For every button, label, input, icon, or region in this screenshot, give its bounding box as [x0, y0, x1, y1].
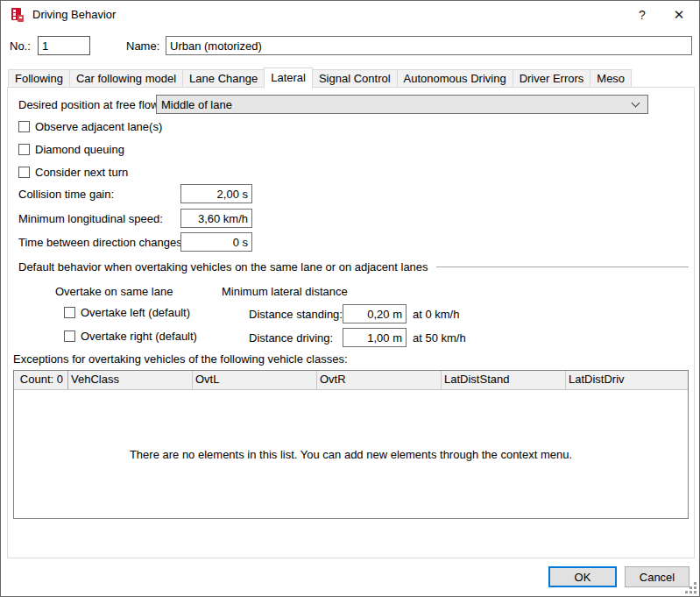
tab-signal-control[interactable]: Signal Control — [312, 69, 398, 88]
tab-car-following-model[interactable]: Car following model — [69, 69, 183, 88]
empty-list-message: There are no elements in this list. You … — [130, 448, 572, 461]
checkbox-row-overtake-left[interactable]: Overtake left (default) — [64, 306, 190, 319]
distance-driving-label: Distance driving: — [249, 331, 333, 345]
close-icon[interactable]: ✕ — [661, 1, 697, 28]
time-between-direction-changes-input[interactable] — [180, 232, 252, 252]
collision-time-gain-input[interactable] — [180, 184, 252, 203]
consider-next-turn-label: Consider next turn — [35, 166, 128, 179]
overtake-same-lane-header: Overtake on same lane — [55, 285, 173, 298]
overtake-right-checkbox[interactable] — [64, 330, 75, 342]
overtaking-group-label: Default behavior when overtaking vehicle… — [18, 260, 428, 274]
collision-time-gain-label: Collision time gain: — [18, 188, 114, 201]
column-header-ovtl[interactable]: OvtL — [193, 371, 317, 389]
consider-next-turn-checkbox[interactable] — [18, 167, 30, 178]
desired-position-value: Middle of lane — [157, 98, 633, 111]
tab-following[interactable]: Following — [8, 69, 70, 88]
distance-driving-input[interactable] — [343, 328, 407, 347]
minimum-longitudinal-speed-label: Minimum longitudinal speed: — [18, 212, 163, 225]
diamond-queuing-label: Diamond queuing — [35, 143, 124, 156]
diamond-queuing-checkbox[interactable] — [18, 144, 30, 155]
minimum-longitudinal-speed-input[interactable] — [180, 209, 252, 228]
cancel-button[interactable]: Cancel — [625, 566, 689, 587]
driving-behavior-app-icon — [10, 7, 25, 23]
exceptions-table-header: Count: 0 VehClass OvtL OvtR LatDistStand… — [14, 371, 688, 390]
group-separator-line — [436, 267, 689, 267]
tab-bar: Following Car following model Lane Chang… — [8, 68, 632, 88]
no-label: No.: — [10, 39, 31, 53]
title-bar[interactable]: Driving Behavior ? ✕ — [1, 1, 699, 28]
minimum-lateral-distance-header: Minimum lateral distance — [222, 285, 348, 298]
distance-standing-input[interactable] — [343, 304, 407, 323]
exceptions-table[interactable]: Count: 0 VehClass OvtL OvtR LatDistStand… — [13, 370, 689, 519]
distance-driving-suffix: at 50 km/h — [413, 331, 466, 345]
help-button[interactable]: ? — [624, 1, 661, 28]
column-header-latdistdriv[interactable]: LatDistDriv — [566, 371, 688, 389]
column-header-ovtr[interactable]: OvtR — [317, 371, 442, 389]
checkbox-row-overtake-right[interactable]: Overtake right (default) — [64, 330, 197, 343]
resize-grip[interactable] — [685, 582, 696, 593]
chevron-down-icon — [632, 99, 640, 108]
ok-button[interactable]: OK — [548, 566, 617, 587]
name-input[interactable] — [166, 36, 692, 55]
column-header-vehclass[interactable]: VehClass — [68, 371, 193, 389]
exceptions-table-body[interactable]: There are no elements in this list. You … — [14, 390, 688, 518]
tab-lane-change[interactable]: Lane Change — [182, 69, 265, 88]
desired-position-select[interactable]: Middle of lane — [156, 95, 648, 114]
distance-standing-suffix: at 0 km/h — [413, 308, 459, 321]
overtake-left-label: Overtake left (default) — [81, 306, 190, 319]
no-input[interactable] — [38, 36, 90, 55]
tab-autonomous-driving[interactable]: Autonomous Driving — [397, 69, 513, 88]
observe-adjacent-lanes-label: Observe adjacent lane(s) — [35, 120, 162, 133]
distance-standing-label: Distance standing: — [249, 308, 343, 321]
tab-meso[interactable]: Meso — [590, 69, 632, 88]
name-label: Name: — [126, 39, 159, 53]
time-between-direction-changes-label: Time between direction changes: — [18, 236, 185, 249]
row-count-header: Count: 0 — [14, 371, 68, 389]
checkbox-row-observe-adjacent-lanes[interactable]: Observe adjacent lane(s) — [18, 120, 162, 133]
overtake-right-label: Overtake right (default) — [81, 330, 197, 343]
desired-position-label: Desired position at free flow: — [18, 98, 162, 111]
tab-driver-errors[interactable]: Driver Errors — [513, 69, 591, 88]
overtaking-group-header: Default behavior when overtaking vehicle… — [18, 260, 689, 274]
checkbox-row-diamond-queuing[interactable]: Diamond queuing — [18, 143, 124, 156]
driving-behavior-dialog: Driving Behavior ? ✕ No.: Name: Followin… — [0, 0, 700, 597]
exceptions-label: Exceptions for overtaking vehicles of th… — [13, 352, 348, 366]
column-header-latdiststand[interactable]: LatDistStand — [442, 371, 566, 389]
checkbox-row-consider-next-turn[interactable]: Consider next turn — [18, 166, 128, 179]
window-title: Driving Behavior — [32, 8, 116, 21]
observe-adjacent-lanes-checkbox[interactable] — [18, 121, 30, 132]
overtake-left-checkbox[interactable] — [64, 307, 75, 318]
tab-lateral[interactable]: Lateral — [264, 68, 313, 89]
